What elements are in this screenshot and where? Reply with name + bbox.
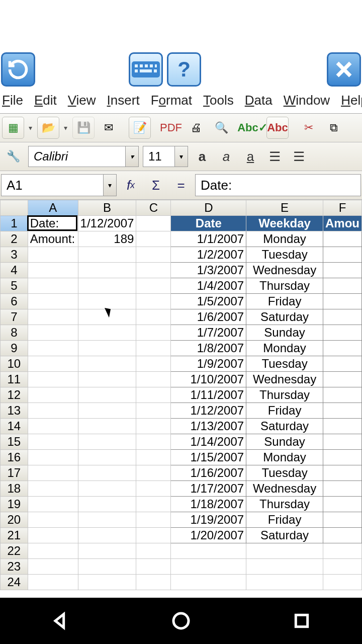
- font-size-caret[interactable]: ▾: [174, 146, 188, 167]
- new-doc-button[interactable]: ▦: [2, 117, 24, 139]
- cell-D5[interactable]: 1/4/2007: [171, 278, 246, 294]
- row-header-14[interactable]: 14: [1, 419, 28, 434]
- row-header-11[interactable]: 11: [1, 372, 28, 387]
- function-wizard-button[interactable]: fx: [120, 174, 142, 196]
- cell-B2[interactable]: 189: [78, 231, 136, 247]
- cell-D10[interactable]: 1/9/2007: [171, 356, 246, 372]
- cell-A12[interactable]: [28, 387, 78, 403]
- cell-F21[interactable]: [323, 528, 361, 543]
- cell-F19[interactable]: [323, 497, 361, 512]
- row-header-22[interactable]: 22: [1, 543, 28, 559]
- cell-D23[interactable]: [171, 559, 246, 575]
- nav-recent-button[interactable]: [290, 609, 313, 632]
- cell-E12[interactable]: Thursday: [246, 387, 323, 403]
- row-header-24[interactable]: 24: [1, 575, 28, 590]
- close-button[interactable]: [327, 52, 361, 87]
- cell-F23[interactable]: [323, 559, 361, 575]
- cell-C24[interactable]: [136, 575, 171, 590]
- spreadsheet-grid[interactable]: A B C D E F 1Date:1/12/2007DateWeekdayAm…: [0, 200, 362, 590]
- cell-C22[interactable]: [136, 543, 171, 559]
- cell-A7[interactable]: [28, 309, 78, 325]
- cell-D8[interactable]: 1/7/2007: [171, 325, 246, 341]
- cell-E14[interactable]: Saturday: [246, 419, 323, 434]
- cell-B12[interactable]: [78, 387, 136, 403]
- sum-button[interactable]: Σ: [145, 174, 167, 196]
- menu-file[interactable]: File: [2, 93, 23, 108]
- col-header-D[interactable]: D: [171, 200, 246, 216]
- row-header-9[interactable]: 9: [1, 341, 28, 356]
- nav-back-button[interactable]: [49, 609, 72, 632]
- cell-C1[interactable]: [136, 216, 171, 231]
- menu-window[interactable]: Window: [284, 93, 330, 108]
- cell-E1[interactable]: Weekday: [246, 216, 323, 231]
- cell-A5[interactable]: [28, 278, 78, 294]
- copy-button[interactable]: ⧉: [323, 117, 345, 139]
- cell-A6[interactable]: [28, 294, 78, 309]
- cell-B10[interactable]: [78, 356, 136, 372]
- cell-A8[interactable]: [28, 325, 78, 341]
- col-header-F[interactable]: F: [323, 200, 361, 216]
- cell-C23[interactable]: [136, 559, 171, 575]
- cell-C19[interactable]: [136, 497, 171, 512]
- cell-F2[interactable]: [323, 231, 361, 247]
- cell-F12[interactable]: [323, 387, 361, 403]
- cell-D6[interactable]: 1/5/2007: [171, 294, 246, 309]
- new-doc-dropdown[interactable]: ▾: [27, 124, 34, 132]
- cell-E2[interactable]: Monday: [246, 231, 323, 247]
- cell-D11[interactable]: 1/10/2007: [171, 372, 246, 387]
- cell-E9[interactable]: Monday: [246, 341, 323, 356]
- cell-F13[interactable]: [323, 403, 361, 419]
- cell-D2[interactable]: 1/1/2007: [171, 231, 246, 247]
- print-button[interactable]: 🖨: [185, 117, 207, 139]
- row-header-12[interactable]: 12: [1, 387, 28, 403]
- cell-F11[interactable]: [323, 372, 361, 387]
- row-header-15[interactable]: 15: [1, 434, 28, 450]
- cell-C3[interactable]: [136, 247, 171, 263]
- cell-F20[interactable]: [323, 512, 361, 528]
- cell-A14[interactable]: [28, 419, 78, 434]
- help-button[interactable]: ?: [167, 52, 201, 87]
- cell-F16[interactable]: [323, 450, 361, 465]
- cell-E24[interactable]: [246, 575, 323, 590]
- cell-A10[interactable]: [28, 356, 78, 372]
- col-header-B[interactable]: B: [78, 200, 136, 216]
- cell-C16[interactable]: [136, 450, 171, 465]
- cell-C6[interactable]: [136, 294, 171, 309]
- cell-A22[interactable]: [28, 543, 78, 559]
- cell-D21[interactable]: 1/20/2007: [171, 528, 246, 543]
- cell-D1[interactable]: Date: [171, 216, 246, 231]
- row-header-3[interactable]: 3: [1, 247, 28, 263]
- cell-C2[interactable]: [136, 231, 171, 247]
- cell-E5[interactable]: Thursday: [246, 278, 323, 294]
- cell-A24[interactable]: [28, 575, 78, 590]
- align-center-button[interactable]: ☰: [289, 146, 309, 167]
- cell-B19[interactable]: [78, 497, 136, 512]
- row-header-1[interactable]: 1: [1, 216, 28, 231]
- cell-F18[interactable]: [323, 481, 361, 497]
- cell-D22[interactable]: [171, 543, 246, 559]
- cell-D20[interactable]: 1/19/2007: [171, 512, 246, 528]
- cell-C20[interactable]: [136, 512, 171, 528]
- cell-D17[interactable]: 1/16/2007: [171, 465, 246, 481]
- font-size-select[interactable]: 11 ▾: [143, 146, 188, 167]
- cell-A3[interactable]: [28, 247, 78, 263]
- export-pdf-button[interactable]: PDF: [160, 117, 182, 139]
- cell-A2[interactable]: Amount:: [28, 231, 78, 247]
- cell-C11[interactable]: [136, 372, 171, 387]
- cell-E16[interactable]: Monday: [246, 450, 323, 465]
- formula-input[interactable]: Date:: [195, 174, 361, 196]
- cell-E20[interactable]: Friday: [246, 512, 323, 528]
- cell-F9[interactable]: [323, 341, 361, 356]
- cell-B11[interactable]: [78, 372, 136, 387]
- cell-D24[interactable]: [171, 575, 246, 590]
- row-header-21[interactable]: 21: [1, 528, 28, 543]
- cell-C18[interactable]: [136, 481, 171, 497]
- cell-F14[interactable]: [323, 419, 361, 434]
- cell-E8[interactable]: Sunday: [246, 325, 323, 341]
- cell-E13[interactable]: Friday: [246, 403, 323, 419]
- menu-format[interactable]: Format: [151, 93, 192, 108]
- cell-A15[interactable]: [28, 434, 78, 450]
- row-header-13[interactable]: 13: [1, 403, 28, 419]
- cell-D9[interactable]: 1/8/2007: [171, 341, 246, 356]
- cell-B20[interactable]: [78, 512, 136, 528]
